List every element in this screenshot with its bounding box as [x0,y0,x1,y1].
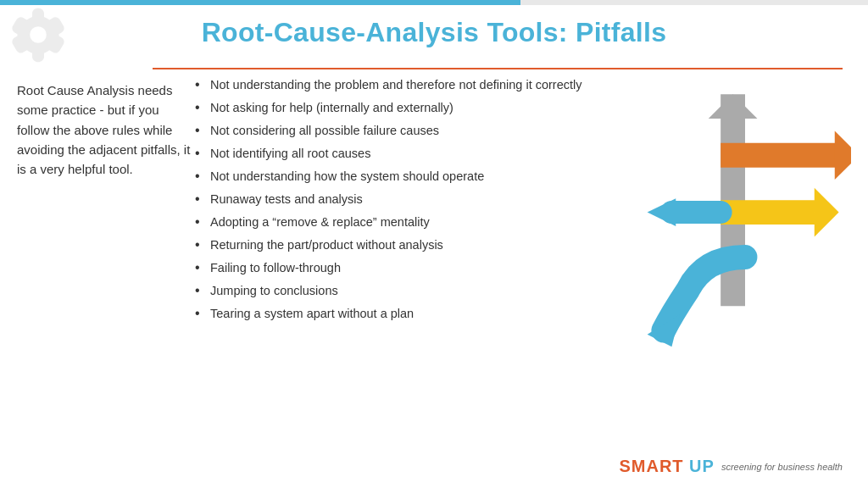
brand-up-text: UP [684,457,715,475]
pitfall-item: Not identifying all root causes [195,145,585,163]
pitfalls-ul: Not understanding the problem and theref… [195,76,585,323]
pitfall-item: Not understanding the problem and theref… [195,76,585,94]
brand-footer: SMART UP screening for business health [619,457,843,476]
brand-logo: SMART UP [619,457,714,476]
svg-marker-8 [815,188,839,237]
pitfall-item: Jumping to conclusions [195,282,585,300]
left-description: Root Cause Analysis needs some practice … [17,83,190,176]
left-text-block: Root Cause Analysis needs some practice … [17,80,195,179]
pitfall-item: Not considering all possible failure cau… [195,122,585,140]
svg-marker-9 [648,198,676,226]
svg-marker-4 [721,143,843,168]
pitfall-item: Returning the part/product without analy… [195,236,585,254]
pitfalls-list: Not understanding the problem and theref… [195,76,585,328]
brand-tagline: screening for business health [721,462,843,472]
directions-illustration [639,93,851,356]
pitfall-item: Not asking for help (internally and exte… [195,99,585,117]
svg-marker-3 [709,94,758,119]
pitfall-item: Runaway tests and analysis [195,191,585,208]
pitfall-item: Tearing a system apart without a plan [195,305,585,323]
brand-smart-text: SMART [619,457,683,475]
pitfall-item: Failing to follow-through [195,259,585,277]
svg-marker-7 [721,200,818,225]
top-bar [0,0,868,5]
pitfall-item: Not understanding how the system should … [195,168,585,186]
page-title: Root-Cause-Analysis Tools: Pitfalls [0,17,868,48]
title-divider [153,68,843,69]
svg-marker-5 [835,130,851,180]
pitfall-item: Adopting a “remove & replace” mentality [195,214,585,231]
